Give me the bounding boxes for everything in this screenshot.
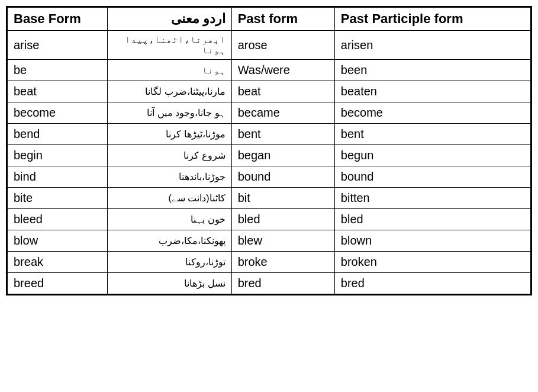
table-row: breakتوڑنا،روکناbrokebroken <box>8 252 531 273</box>
header-past: Past form <box>231 8 334 31</box>
cell-past: became <box>231 102 334 124</box>
header-urdu: اردو معنی <box>107 8 231 31</box>
cell-past: Was/were <box>231 60 334 81</box>
cell-base: arise <box>8 31 108 60</box>
table-row: ariseابھرنا،اٹھنا،پیدا ہوناarosearisen <box>8 31 531 60</box>
cell-urdu: نسل بڑھانا <box>107 273 231 294</box>
cell-past: arose <box>231 31 334 60</box>
cell-urdu: مارنا،پیٹنا،ضرب لگانا <box>107 81 231 102</box>
cell-base: break <box>8 252 108 273</box>
cell-base: beat <box>8 81 108 102</box>
cell-urdu: پھونکنا،مکا،ضرب <box>107 230 231 252</box>
cell-urdu: شروع کرنا <box>107 145 231 166</box>
header-participle: Past Participle form <box>334 8 530 31</box>
table-row: beہوناWas/werebeen <box>8 60 531 81</box>
cell-urdu: ہو جانا،وجود میں آنا <box>107 102 231 124</box>
cell-participle: bled <box>334 209 530 230</box>
table-row: bendموڑنا،ٹیڑھا کرناbentbent <box>8 124 531 145</box>
cell-urdu: جوڑنا،باندھنا <box>107 166 231 188</box>
cell-past: bit <box>231 188 334 209</box>
cell-urdu: کاٹنا(دانت سے) <box>107 188 231 209</box>
cell-base: become <box>8 102 108 124</box>
cell-participle: broken <box>334 252 530 273</box>
cell-base: bleed <box>8 209 108 230</box>
cell-past: bent <box>231 124 334 145</box>
cell-participle: bent <box>334 124 530 145</box>
header-base: Base Form <box>8 8 108 31</box>
verb-table: Base Form اردو معنی Past form Past Parti… <box>6 6 532 295</box>
cell-base: bind <box>8 166 108 188</box>
cell-base: breed <box>8 273 108 294</box>
cell-past: bound <box>231 166 334 188</box>
table-header-row: Base Form اردو معنی Past form Past Parti… <box>8 8 531 31</box>
cell-past: beat <box>231 81 334 102</box>
cell-participle: begun <box>334 145 530 166</box>
cell-participle: arisen <box>334 31 530 60</box>
table-row: breedنسل بڑھاناbredbred <box>8 273 531 294</box>
cell-urdu: موڑنا،ٹیڑھا کرنا <box>107 124 231 145</box>
cell-urdu: خون بہنا <box>107 209 231 230</box>
cell-participle: bound <box>334 166 530 188</box>
cell-urdu: توڑنا،روکنا <box>107 252 231 273</box>
cell-participle: been <box>334 60 530 81</box>
table-row: blowپھونکنا،مکا،ضربblewblown <box>8 230 531 252</box>
cell-past: broke <box>231 252 334 273</box>
cell-participle: become <box>334 102 530 124</box>
cell-past: bled <box>231 209 334 230</box>
table-row: beginشروع کرناbeganbegun <box>8 145 531 166</box>
table-row: becomeہو جانا،وجود میں آناbecamebecome <box>8 102 531 124</box>
cell-past: bred <box>231 273 334 294</box>
cell-base: bite <box>8 188 108 209</box>
cell-base: bend <box>8 124 108 145</box>
table-row: bleedخون بہناbledbled <box>8 209 531 230</box>
cell-participle: bred <box>334 273 530 294</box>
cell-past: blew <box>231 230 334 252</box>
cell-base: begin <box>8 145 108 166</box>
cell-participle: beaten <box>334 81 530 102</box>
cell-participle: blown <box>334 230 530 252</box>
cell-base: blow <box>8 230 108 252</box>
table-row: bindجوڑنا،باندھناboundbound <box>8 166 531 188</box>
cell-participle: bitten <box>334 188 530 209</box>
cell-urdu: ہونا <box>107 60 231 81</box>
cell-base: be <box>8 60 108 81</box>
cell-urdu: ابھرنا،اٹھنا،پیدا ہونا <box>107 31 231 60</box>
table-row: beatمارنا،پیٹنا،ضرب لگاناbeatbeaten <box>8 81 531 102</box>
cell-past: began <box>231 145 334 166</box>
table-row: biteکاٹنا(دانت سے)bitbitten <box>8 188 531 209</box>
